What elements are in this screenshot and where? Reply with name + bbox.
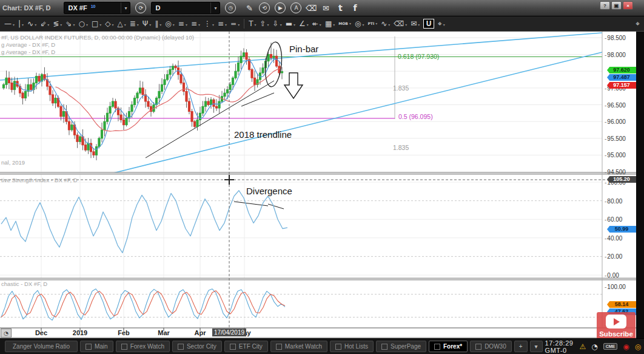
- page-checkbox[interactable]: [121, 344, 127, 350]
- feed-status-icon: ◉: [623, 343, 629, 350]
- page-label: Forex*: [443, 343, 462, 350]
- taskbar-page-dow30[interactable]: DOW30: [470, 341, 512, 352]
- taskbar-page-forex-[interactable]: Forex*: [429, 341, 468, 352]
- xaxis-month-label: Feb: [118, 329, 130, 336]
- price-axis-label: 95.000: [605, 152, 626, 158]
- cme-badge: CME: [603, 343, 618, 350]
- xaxis-month-label: Mar: [158, 329, 170, 336]
- more-pages-button[interactable]: ▾: [530, 341, 543, 352]
- page-checkbox[interactable]: [381, 344, 387, 350]
- taskbar-status: 17:28:29 GMT-0 ⚠◔CME◉◎: [545, 339, 642, 354]
- target-icon: ◎: [635, 343, 641, 350]
- subscribe-label: Subscribe: [599, 330, 633, 338]
- connection-icon: ◔: [591, 343, 597, 350]
- page-checkbox[interactable]: [178, 344, 184, 350]
- page-checkbox[interactable]: [434, 344, 440, 350]
- page-label: Main: [95, 343, 108, 350]
- chart-canvas[interactable]: [0, 0, 644, 354]
- fib-level-label: 1.835: [393, 144, 409, 151]
- cursor-value-badge: 105.20: [607, 176, 636, 183]
- taskbar-page-superpage[interactable]: SuperPage: [376, 341, 426, 352]
- alert-icon: ⚠: [579, 343, 586, 350]
- taskbar-pages: MainForex WatchSector CityETF CityMarket…: [80, 341, 512, 352]
- page-label: DOW30: [485, 343, 506, 350]
- price-axis-label: 98.000: [605, 52, 626, 58]
- xaxis-month-label: 2019: [73, 329, 87, 336]
- taskbar: Zanger Volume Ratio MainForex WatchSecto…: [0, 338, 644, 354]
- xaxis-month-label: Dec: [35, 329, 47, 336]
- rsi-axis-label: 0.00: [605, 272, 619, 279]
- zanger-volume-ratio-button[interactable]: Zanger Volume Ratio: [5, 341, 78, 352]
- price-overlay-line: g Average - DX #F, D: [1, 41, 55, 48]
- price-axis-label: 96.500: [605, 102, 626, 109]
- page-checkbox[interactable]: [230, 344, 236, 350]
- page-checkbox[interactable]: [335, 344, 341, 350]
- page-checkbox[interactable]: [276, 344, 282, 350]
- status-icon-group: ⚠◔CME◉◎: [579, 343, 641, 350]
- taskbar-page-market-watch[interactable]: Market Watch: [270, 341, 327, 352]
- price-overlay-line: g Average - DX #F, D: [1, 49, 55, 55]
- taskbar-page-etf-city[interactable]: ETF City: [224, 341, 268, 352]
- axis-settings-icon[interactable]: ◔: [1, 328, 12, 338]
- rsi-panel-label: tive Strength Index - DX #F, D: [1, 177, 78, 183]
- fib-level-label: 0.5 (96.095): [398, 113, 433, 120]
- fib-level-label: 1.835: [393, 84, 409, 92]
- stoch-panel-label: chastic - DX #F, D: [1, 281, 47, 287]
- stoch-axis-label: 100.00: [605, 284, 626, 290]
- low-price-badge: 97.157: [607, 82, 636, 89]
- price-axis-label: 98.500: [605, 35, 626, 41]
- page-label: SuperPage: [391, 343, 421, 350]
- price-axis-label: 95.500: [605, 135, 626, 142]
- price-axis-label: 94.500: [605, 169, 626, 175]
- price-axis-label: 96.000: [605, 118, 626, 125]
- rsi-value-badge: 50.99: [607, 226, 636, 233]
- rsi-axis-label: 20.00: [605, 253, 622, 260]
- price-overlay-line: #F, US DOLLAR INDEX FUTURES, D, 00:00-00…: [1, 34, 194, 41]
- divergence-annotation: Divergence: [246, 186, 292, 196]
- taskbar-page-hot-lists[interactable]: Hot Lists: [330, 341, 374, 352]
- charting-application: Chart: DX #F, D DX #F10 ▾ ⟳ D ▾ ◷ ✎⟲▶A⌫✉…: [0, 0, 644, 354]
- page-checkbox[interactable]: [475, 344, 481, 350]
- subscribe-overlay[interactable]: Subscribe: [597, 312, 636, 340]
- xaxis-month-label: Apr: [195, 329, 206, 336]
- page-label: Market Watch: [285, 343, 322, 350]
- rsi-axis-label: 60.00: [605, 216, 622, 223]
- fib-level-label: 0.618 (97.930): [398, 53, 439, 60]
- cursor-date-badge: 17/04/2019: [212, 328, 246, 336]
- rsi-axis-label: 40.00: [605, 235, 622, 242]
- page-label: Hot Lists: [344, 343, 368, 350]
- taskbar-page-forex-watch[interactable]: Forex Watch: [116, 341, 170, 352]
- drawing-label: nal, 2019: [1, 159, 25, 166]
- trendline-2018-annotation: 2018 trendline: [234, 129, 292, 140]
- page-checkbox[interactable]: [86, 344, 92, 350]
- taskbar-page-main[interactable]: Main: [80, 341, 113, 352]
- page-label: Sector City: [187, 343, 216, 350]
- add-page-button[interactable]: +: [514, 341, 528, 352]
- last-price-badge: 97.487: [607, 74, 636, 81]
- stoch-d-badge: 58.14: [607, 301, 636, 308]
- taskbar-page-sector-city[interactable]: Sector City: [172, 341, 222, 352]
- page-label: ETF City: [239, 343, 263, 350]
- status-clock: 17:28:29 GMT-0: [545, 339, 574, 354]
- rsi-axis-label: 80.00: [605, 198, 622, 205]
- pin-bar-annotation: Pin-bar: [289, 44, 318, 54]
- youtube-logo: [606, 315, 626, 328]
- page-label: Forex Watch: [130, 343, 164, 350]
- play-icon: [614, 318, 620, 325]
- window-edge-strip: [636, 32, 644, 338]
- high-price-badge: 97.620: [607, 67, 636, 73]
